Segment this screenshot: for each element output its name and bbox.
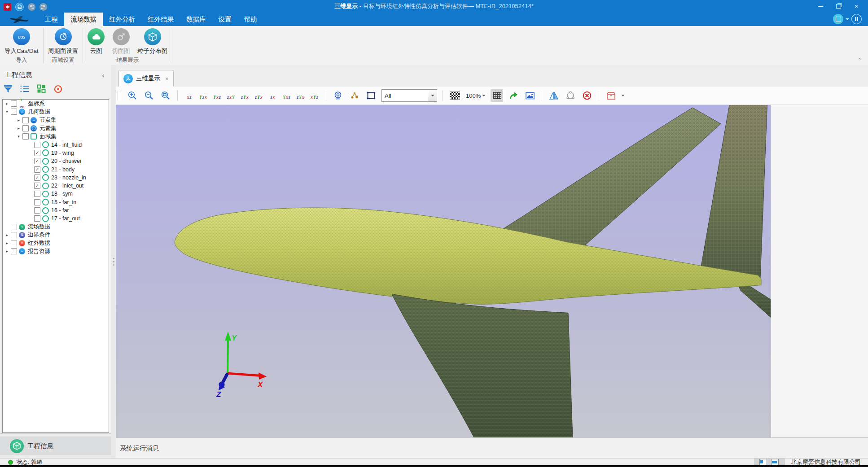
tree-checkbox[interactable] <box>11 100 17 107</box>
menu-item-设置[interactable]: 设置 <box>212 13 238 26</box>
tree-item[interactable]: ✓20 - chuiwei <box>3 157 109 165</box>
particle-distribution-button[interactable]: 粒子分布图 <box>134 28 171 55</box>
tree-item[interactable]: ▸↔节点集 <box>3 116 109 124</box>
tree-checkbox[interactable]: ✓ <box>34 158 40 164</box>
archive-box-icon[interactable] <box>605 89 617 102</box>
tree-checkbox[interactable] <box>34 207 40 214</box>
view-orientation-5-icon[interactable]: zYx <box>239 90 251 101</box>
tree-expander-icon[interactable]: ▾ <box>16 134 21 139</box>
tab-close-icon[interactable]: × <box>165 75 169 82</box>
view-orientation-3-icon[interactable]: Yxz <box>211 90 223 101</box>
mirror-icon[interactable] <box>548 89 560 102</box>
tree-expander-icon[interactable]: ▸ <box>4 233 9 237</box>
contour-cloud-button[interactable]: 云图 <box>84 28 108 55</box>
save-icon[interactable] <box>15 3 24 11</box>
view-orientation-2-icon[interactable]: Yzx <box>197 90 209 101</box>
view-orientation-6-icon[interactable]: zYx <box>253 90 265 101</box>
tree-item[interactable]: ▾面域集 <box>3 132 109 140</box>
list-view-icon[interactable] <box>19 83 30 94</box>
transparency-checker-icon[interactable] <box>448 89 461 102</box>
window-close-button[interactable]: × <box>847 0 865 13</box>
share-arrow-icon[interactable] <box>507 89 520 102</box>
menu-item-工程[interactable]: 工程 <box>39 13 64 26</box>
tree-item[interactable]: 14 - int_fluid <box>3 140 109 148</box>
tree-item[interactable]: ▾△几何数据 <box>3 108 109 116</box>
view-orientation-1-icon[interactable]: xz <box>183 90 195 101</box>
tree-expander-icon[interactable]: ▸ <box>4 241 9 245</box>
tree-item[interactable]: ▸◯元素集 <box>3 124 109 132</box>
panel-collapse-button[interactable]: ‹ <box>100 71 107 79</box>
tree-item[interactable]: ▸✳红外数据 <box>3 239 109 247</box>
tree-expander-icon[interactable]: ▸ <box>4 101 9 106</box>
tree-item[interactable]: ✓22 - inlet_out <box>3 182 109 190</box>
view-orientation-7-icon[interactable]: zx <box>267 90 279 101</box>
project-info-bottom-tab[interactable]: 工程信息 <box>0 436 111 455</box>
combo-dropdown-icon[interactable] <box>428 90 437 101</box>
tree-expander-icon[interactable]: ▸ <box>16 126 21 131</box>
particle-nodes-icon[interactable] <box>348 89 361 102</box>
panel-splitter[interactable] <box>111 65 116 458</box>
cancel-icon[interactable] <box>581 89 593 102</box>
tree-expander-icon[interactable]: ▸ <box>4 249 9 253</box>
tree-item[interactable]: 18 - sym <box>3 190 109 198</box>
tree-checkbox[interactable] <box>22 117 29 123</box>
help-book-icon[interactable] <box>851 14 862 24</box>
tree-checkbox[interactable] <box>11 109 17 115</box>
tree-item[interactable]: ▸⇅边界条件 <box>3 231 109 239</box>
tree-item[interactable]: <流场数据 <box>3 223 109 231</box>
zoom-in-icon[interactable] <box>126 89 139 102</box>
window-restore-button[interactable] <box>829 0 847 13</box>
view-orientation-9-icon[interactable]: zYx <box>294 90 307 101</box>
tree-item[interactable]: ✓19 - wing <box>3 149 109 157</box>
snapshot-image-icon[interactable] <box>524 89 536 102</box>
tree-checkbox[interactable]: ✓ <box>34 166 40 173</box>
layout-toggle-bottom-icon[interactable] <box>771 459 779 465</box>
tree-checkbox[interactable]: ✓ <box>34 183 40 189</box>
tree-checkbox[interactable] <box>22 133 29 140</box>
menu-item-流场数据[interactable]: 流场数据 <box>64 13 103 26</box>
tree-item[interactable]: 16 - far <box>3 206 109 214</box>
tree-expander-icon[interactable]: ▾ <box>4 109 9 114</box>
smooth-nodes-icon[interactable] <box>564 89 577 102</box>
tree-item[interactable]: 17 - far_out <box>3 214 109 223</box>
periodic-face-settings-button[interactable]: 周期面设置 <box>44 28 82 55</box>
quick-view-icon[interactable] <box>833 14 843 24</box>
display-filter-select[interactable]: All <box>381 89 437 102</box>
tree-checkbox[interactable] <box>34 142 40 148</box>
filter-icon[interactable] <box>3 83 13 94</box>
tree-checkbox[interactable] <box>34 199 40 205</box>
tab-3d-display[interactable]: 三维显示 × <box>118 70 174 87</box>
view-orientation-10-icon[interactable]: xYz <box>308 90 320 101</box>
tree-expander-icon[interactable]: ▸ <box>16 118 21 122</box>
tree-checkbox[interactable] <box>22 125 29 131</box>
tree-checkbox[interactable] <box>11 248 17 254</box>
window-minimize-button[interactable] <box>811 0 829 13</box>
mesh-grid-toggle-icon[interactable] <box>491 89 503 102</box>
toolbar-grip[interactable] <box>118 91 120 100</box>
quick-view-caret-icon[interactable] <box>846 18 849 22</box>
app-logo-icon[interactable] <box>4 3 11 11</box>
import-cas-dat-button[interactable]: cas导入Cas/Dat <box>1 28 42 55</box>
tree-item[interactable]: ▸≡报告资源 <box>3 247 109 255</box>
menu-item-数据库[interactable]: 数据库 <box>180 13 212 26</box>
redo-icon[interactable] <box>39 3 47 11</box>
tree-checkbox[interactable] <box>11 240 17 246</box>
view-orientation-8-icon[interactable]: Yxz <box>281 90 293 101</box>
zoom-fit-icon[interactable] <box>159 89 172 102</box>
tree-item[interactable]: ✓23 - nozzle_in <box>3 174 109 182</box>
menu-item-红外结果[interactable]: 红外结果 <box>141 13 180 26</box>
view-orientation-4-icon[interactable]: zxY <box>225 90 237 101</box>
viewport-3d[interactable]: Y X Z <box>116 105 771 437</box>
menu-item-红外分析[interactable]: 红外分析 <box>103 13 141 26</box>
tree-item[interactable]: ✓21 - body <box>3 165 109 173</box>
archive-dropdown-icon[interactable] <box>621 95 625 98</box>
tree-checkbox[interactable] <box>11 232 17 238</box>
tree-checkbox[interactable]: ✓ <box>34 150 40 156</box>
grid-view-icon[interactable] <box>36 83 47 94</box>
ribbon-collapse-button[interactable]: ⌃ <box>858 57 862 63</box>
tree-checkbox[interactable] <box>34 215 40 222</box>
layout-toggle-left-icon[interactable] <box>759 459 767 465</box>
zoom-level-select[interactable]: 100% <box>465 92 487 99</box>
box-select-icon[interactable] <box>365 89 377 102</box>
tree-checkbox[interactable] <box>34 191 40 197</box>
